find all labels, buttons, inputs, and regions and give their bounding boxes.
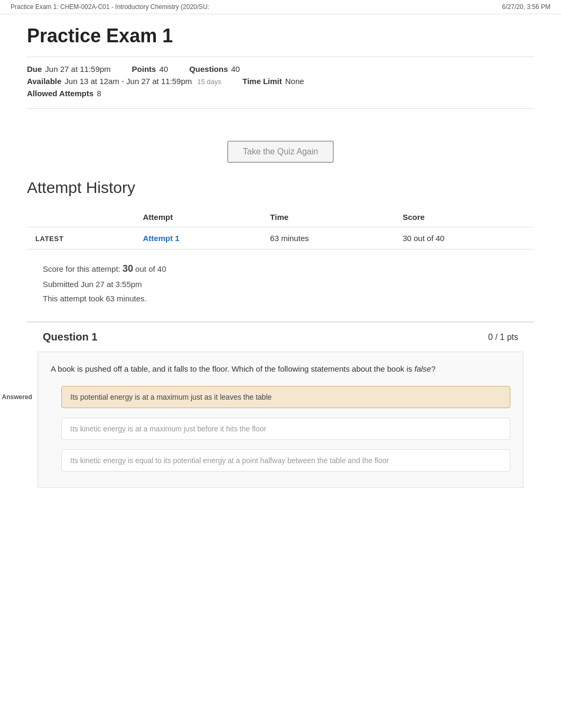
col-header-attempt: Attempt [135, 207, 262, 227]
timestamp: 6/27/20, 3:56 PM [502, 3, 550, 11]
available-label: Available [27, 77, 61, 86]
meta-section: Due Jun 27 at 11:59pm Points 40 Question… [27, 57, 534, 109]
meta-row-1: Due Jun 27 at 11:59pm Points 40 Question… [27, 64, 534, 73]
time-limit-value: None [285, 77, 304, 86]
time-cell: 63 minutes [261, 227, 394, 250]
attempt-history-title: Attempt History [27, 179, 534, 197]
breadcrumb: Practice Exam 1: CHEM-002A-C01 - Introdu… [11, 3, 209, 11]
score-line: Score for this attempt: 30 out of 40 [43, 260, 518, 277]
latest-badge: LATEST [27, 227, 135, 250]
top-bar: Practice Exam 1: CHEM-002A-C01 - Introdu… [0, 0, 561, 14]
question-title: Question 1 [43, 331, 97, 343]
take-quiz-button[interactable]: Take the Quiz Again [227, 141, 334, 163]
due-label: Due [27, 64, 42, 73]
col-header-time: Time [261, 207, 394, 227]
questions-value: 40 [231, 64, 240, 73]
attempt-link[interactable]: Attempt 1 [143, 234, 180, 243]
due-value: Jun 27 at 11:59pm [45, 64, 110, 73]
points-value: 40 [159, 64, 168, 73]
page-title: Practice Exam 1 [27, 25, 534, 47]
available-value: Jun 13 at 12am - Jun 27 at 11:59pm 15 da… [64, 77, 221, 86]
attempt-table: Attempt Time Score LATEST Attempt 1 63 m… [27, 207, 534, 250]
question-section: Question 1 0 / 1 pts A book is pushed of… [27, 321, 534, 488]
answer-options: ou Answered Its potential energy is at a… [61, 386, 510, 472]
score-summary: Score for this attempt: 30 out of 40 Sub… [27, 250, 534, 316]
option-box-2[interactable]: Its kinetic energy is at a maximum just … [61, 418, 510, 440]
meta-available: Available Jun 13 at 12am - Jun 27 at 11:… [27, 77, 221, 86]
meta-points: Points 40 [132, 64, 169, 73]
question-body: A book is pushed off a table, and it fal… [38, 352, 523, 488]
answered-label: ou Answered [0, 393, 32, 401]
col-header-score: Score [394, 207, 534, 227]
meta-row-2: Available Jun 13 at 12am - Jun 27 at 11:… [27, 77, 534, 86]
submitted-line: Submitted Jun 27 at 3:55pm [43, 277, 518, 291]
points-label: Points [132, 64, 156, 73]
attempt-link-cell[interactable]: Attempt 1 [135, 227, 262, 250]
meta-allowed-attempts: Allowed Attempts 8 [27, 89, 101, 98]
question-pts: 0 / 1 pts [488, 333, 518, 342]
answer-option-2: Its kinetic energy is at a maximum just … [61, 418, 510, 440]
meta-questions: Questions 40 [189, 64, 240, 73]
score-prefix: Score for this attempt: [43, 264, 120, 273]
question-text: A book is pushed off a table, and it fal… [51, 363, 510, 375]
meta-due: Due Jun 27 at 11:59pm [27, 64, 111, 73]
time-limit-label: Time Limit [242, 77, 282, 86]
allowed-attempts-label: Allowed Attempts [27, 89, 94, 98]
table-row: LATEST Attempt 1 63 minutes 30 out of 40 [27, 227, 534, 250]
questions-label: Questions [189, 64, 228, 73]
score-cell: 30 out of 40 [394, 227, 534, 250]
btn-section: Take the Quiz Again [27, 125, 534, 179]
option-box-3[interactable]: Its kinetic energy is equal to its poten… [61, 449, 510, 472]
option-box-selected[interactable]: Its potential energy is at a maximum jus… [61, 386, 510, 408]
col-header-empty [27, 207, 135, 227]
main-content: Practice Exam 1 Due Jun 27 at 11:59pm Po… [11, 14, 550, 504]
meta-time-limit: Time Limit None [242, 77, 304, 86]
meta-row-3: Allowed Attempts 8 [27, 89, 534, 98]
answer-option-3: Its kinetic energy is equal to its poten… [61, 449, 510, 472]
allowed-attempts-value: 8 [97, 89, 101, 98]
duration-line: This attempt took 63 minutes. [43, 291, 518, 306]
answer-option-1: ou Answered Its potential energy is at a… [61, 386, 510, 408]
question-header: Question 1 0 / 1 pts [27, 322, 534, 352]
score-number: 30 [123, 263, 133, 274]
